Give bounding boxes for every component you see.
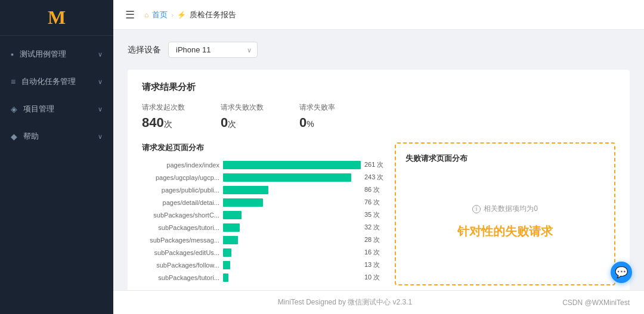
bar-container (223, 211, 361, 219)
bar-list: pages/index/index 261 次 pages/ugcplay/ug… (142, 160, 385, 282)
bar-count: 10 次 (364, 273, 385, 282)
device-select[interactable]: iPhone 11 iPhone 12 iPhone 13 iPad (168, 42, 258, 58)
bar-label: pages/public/publi... (142, 186, 219, 194)
bar-count: 13 次 (364, 260, 385, 269)
bar-label: subPackages/editUs... (142, 249, 219, 256)
bar-container (223, 223, 361, 232)
bar-item: subPackages/shortC... 35 次 (142, 210, 385, 219)
bar-fill (223, 248, 231, 257)
device-selector: 选择设备 iPhone 11 iPhone 12 iPhone 13 iPad (128, 42, 630, 58)
bar-fill (223, 273, 228, 282)
stat-value: 840次 (142, 115, 185, 130)
bar-container (223, 173, 361, 182)
sidebar: M ▪ 测试用例管理 ∨ ≡ 自动化任务管理 ∨ ◈ 项目管理 ∨ ◆ 帮助 ∨ (0, 0, 113, 314)
footer-center: MiniTest Designed by 微信测试中心 v2.3.1 (278, 297, 412, 307)
bar-fill (223, 161, 361, 169)
stat-unit: 次 (164, 119, 172, 129)
section-title: 请求结果分析 (142, 82, 615, 93)
stats-section: 请求结果分析 请求发起次数 840次 请求失败次数 0次 请求失败率 0% 请求… (128, 70, 630, 290)
info-icon: i (472, 205, 481, 213)
bar-label: subPackages/tutori... (142, 274, 219, 281)
bar-fill (223, 198, 263, 207)
failed-title: 失败请求页面分布 (405, 153, 605, 164)
empty-hint-text: 相关数据项均为0 (484, 204, 538, 214)
sidebar-item-label: 自动化任务管理 (21, 76, 76, 87)
bar-label: subPackages/messag... (142, 237, 219, 244)
bar-container (223, 161, 361, 169)
chevron-down-icon: ∨ (98, 78, 103, 86)
sidebar-logo: M (0, 0, 113, 36)
sidebar-menu: ▪ 测试用例管理 ∨ ≡ 自动化任务管理 ∨ ◈ 项目管理 ∨ ◆ 帮助 ∨ (0, 36, 113, 314)
bar-label: subPackages/follow... (142, 262, 219, 269)
sidebar-item-help[interactable]: ◆ 帮助 ∨ (0, 123, 113, 150)
bar-fill (223, 223, 240, 232)
stat-label: 请求失败率 (299, 102, 335, 113)
failed-empty: i 相关数据项均为0 针对性的失败请求 (405, 169, 605, 275)
stat-item: 请求失败率 0% (299, 102, 335, 130)
distribution-title: 请求发起页面分布 (142, 142, 385, 153)
bar-count: 35 次 (364, 210, 385, 219)
bar-count: 86 次 (364, 185, 385, 194)
bar-chart-section: 请求发起页面分布 pages/index/index 261 次 pages/u… (142, 142, 385, 285)
footer: MiniTest Designed by 微信测试中心 v2.3.1 CSDN … (113, 290, 644, 314)
breadcrumb-current: 质检任务报告 (190, 10, 236, 20)
device-select-wrapper[interactable]: iPhone 11 iPhone 12 iPhone 13 iPad (168, 42, 258, 58)
bar-container (223, 186, 361, 194)
stat-unit: % (306, 119, 314, 129)
sidebar-item-left: ◆ 帮助 (11, 131, 39, 142)
bar-label: pages/ugcplay/ugcp... (142, 174, 219, 181)
failed-section: 失败请求页面分布 i 相关数据项均为0 针对性的失败请求 (395, 142, 615, 285)
sidebar-item-left: ▪ 测试用例管理 (11, 49, 66, 60)
failed-cta: 针对性的失败请求 (457, 223, 553, 240)
stat-label: 请求失败次数 (221, 102, 264, 113)
sidebar-item-icon: ◆ (11, 132, 17, 141)
sidebar-item-auto-tasks[interactable]: ≡ 自动化任务管理 ∨ (0, 68, 113, 95)
hamburger-icon[interactable]: ☰ (125, 8, 135, 21)
float-button[interactable]: 💬 (611, 262, 632, 283)
chevron-down-icon: ∨ (98, 51, 103, 58)
device-label: 选择设备 (128, 45, 161, 55)
charts-row: 请求发起页面分布 pages/index/index 261 次 pages/u… (142, 142, 615, 285)
breadcrumb: ⌂ 首页 › ⚡ 质检任务报告 (144, 10, 236, 20)
bar-item: subPackages/tutori... 32 次 (142, 223, 385, 232)
stat-label: 请求发起次数 (142, 102, 185, 113)
bar-container (223, 273, 361, 282)
bar-count: 32 次 (364, 223, 385, 232)
breadcrumb-separator: › (171, 11, 174, 18)
sidebar-item-label: 帮助 (23, 131, 39, 142)
stat-item: 请求失败次数 0次 (221, 102, 264, 130)
bar-count: 76 次 (364, 198, 385, 207)
bar-count: 28 次 (364, 235, 385, 244)
bar-container (223, 261, 361, 269)
sidebar-item-label: 项目管理 (23, 104, 54, 114)
sidebar-item-label: 测试用例管理 (20, 49, 66, 60)
bar-count: 16 次 (364, 248, 385, 257)
float-button-icon: 💬 (615, 266, 628, 279)
content-area: 选择设备 iPhone 11 iPhone 12 iPhone 13 iPad … (113, 30, 644, 290)
home-icon: ⌂ (144, 11, 148, 19)
bar-item: subPackages/editUs... 16 次 (142, 248, 385, 257)
bar-count: 261 次 (364, 160, 385, 169)
stat-value: 0% (299, 115, 335, 130)
chevron-down-icon: ∨ (98, 133, 103, 141)
bar-label: subPackages/shortC... (142, 212, 219, 219)
empty-hint: i 相关数据项均为0 (472, 204, 538, 214)
bar-item: subPackages/follow... 13 次 (142, 260, 385, 269)
sidebar-item-project[interactable]: ◈ 项目管理 ∨ (0, 95, 113, 123)
bar-label: pages/detail/detai... (142, 199, 219, 206)
bar-count: 243 次 (364, 173, 385, 182)
bar-label: pages/index/index (142, 161, 219, 169)
sidebar-item-left: ≡ 自动化任务管理 (11, 76, 76, 87)
sidebar-item-left: ◈ 项目管理 (11, 104, 54, 114)
breadcrumb-home[interactable]: 首页 (152, 10, 168, 20)
report-icon: ⚡ (177, 11, 186, 19)
sidebar-item-test-cases[interactable]: ▪ 测试用例管理 ∨ (0, 41, 113, 68)
sidebar-item-icon: ▪ (11, 49, 14, 59)
bar-label: subPackages/tutori... (142, 224, 219, 231)
footer-right: CSDN @WXMiniTest (562, 299, 630, 307)
bar-item: pages/public/publi... 86 次 (142, 185, 385, 194)
bar-fill (223, 186, 268, 194)
bar-item: pages/ugcplay/ugcp... 243 次 (142, 173, 385, 182)
bar-item: subPackages/messag... 28 次 (142, 235, 385, 244)
stats-row: 请求发起次数 840次 请求失败次数 0次 请求失败率 0% (142, 102, 615, 130)
